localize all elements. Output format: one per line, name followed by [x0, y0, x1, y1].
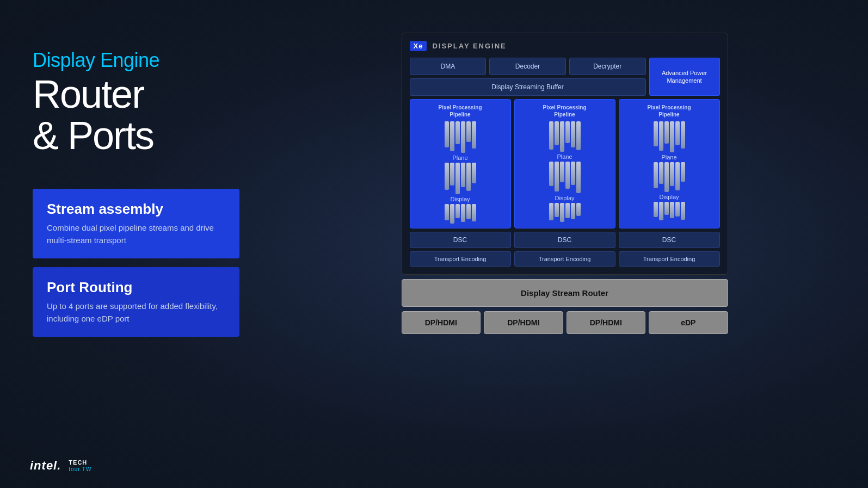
vbar: [681, 121, 685, 149]
vbar: [466, 204, 471, 219]
vbar: [461, 163, 465, 187]
advanced-power: Advanced Power Management: [649, 58, 720, 96]
vbar: [565, 203, 570, 218]
bars-extra-2: [549, 203, 581, 222]
port-routing-card: Port Routing Up to 4 ports are supported…: [33, 267, 239, 337]
vbar: [461, 121, 465, 153]
vbar: [659, 121, 663, 151]
stream-assembly-card: Stream assembly Combine dual pixel pipel…: [33, 189, 239, 258]
port-edp: eDP: [649, 311, 728, 334]
vbar: [549, 203, 553, 220]
vbar: [654, 162, 658, 188]
vbar: [472, 163, 476, 183]
advanced-power-line1: Advanced Power: [662, 69, 707, 77]
vbar: [659, 202, 663, 220]
vbar: [670, 162, 674, 186]
vbar: [450, 204, 454, 224]
diagram-wrapper: Xe DISPLAY ENGINE DMA Decoder Decrypter …: [402, 33, 728, 334]
decoder-chip: Decoder: [489, 58, 566, 75]
bars-bottom-1: [445, 163, 476, 194]
vbar: [571, 121, 575, 147]
vbar: [571, 162, 575, 185]
intel-logo: intel. TECH tour.TW: [30, 459, 91, 473]
vbar: [472, 121, 476, 149]
vbar: [571, 203, 575, 219]
vbar: [560, 162, 564, 182]
vbar: [555, 203, 559, 217]
main-title: Router& Ports: [33, 74, 239, 156]
bars-top-1: [445, 121, 476, 153]
top-section: DMA Decoder Decrypter Display Streaming …: [410, 58, 720, 96]
vbar: [565, 121, 570, 143]
tech-tour: TECH tour.TW: [69, 459, 91, 472]
stream-assembly-title: Stream assembly: [47, 201, 225, 218]
decrypter-chip: Decrypter: [569, 58, 646, 75]
pipeline-column-1: Pixel ProcessingPipeline Plane: [410, 99, 511, 228]
vbar: [576, 203, 581, 216]
vbar: [450, 163, 454, 186]
advanced-power-line2: Management: [667, 77, 701, 84]
stream-assembly-desc: Combine dual pixel pipeline streams and …: [47, 222, 225, 246]
vbar: [675, 121, 680, 145]
port-dp-hdmi-2: DP/HDMI: [484, 311, 563, 334]
vbar: [466, 163, 471, 191]
transport-box-1: Transport Encoding: [410, 251, 511, 267]
feature-cards: Stream assembly Combine dual pixel pipel…: [33, 189, 239, 337]
vbar: [455, 163, 460, 194]
bars-bottom-2: [549, 162, 581, 193]
engine-header: Xe DISPLAY ENGINE: [410, 41, 720, 51]
vbar: [455, 204, 460, 218]
vbar: [576, 162, 581, 193]
port-dp-hdmi-3: DP/HDMI: [567, 311, 646, 334]
dsc-box-1: DSC: [410, 232, 511, 248]
vbar: [681, 202, 685, 220]
engine-title: DISPLAY ENGINE: [432, 42, 506, 50]
right-panel: Xe DISPLAY ENGINE DMA Decoder Decrypter …: [272, 0, 868, 356]
port-routing-title: Port Routing: [47, 279, 225, 296]
left-panel: Display Engine Router& Ports Stream asse…: [0, 0, 272, 369]
vbar: [455, 121, 460, 144]
transport-row: Transport Encoding Transport Encoding Tr…: [410, 251, 720, 267]
vbar: [664, 202, 669, 215]
vbar: [445, 163, 449, 190]
vbar: [565, 162, 570, 189]
intel-text: intel.: [30, 459, 61, 473]
vbar: [555, 162, 559, 192]
transport-box-2: Transport Encoding: [514, 251, 615, 267]
display-label-1: Display: [450, 194, 470, 204]
vbar: [461, 204, 465, 222]
bars-extra-3: [654, 202, 685, 220]
vbar: [466, 121, 471, 142]
vbar: [555, 121, 559, 145]
vbar: [664, 162, 669, 192]
vbar: [445, 121, 449, 147]
dsc-row: DSC DSC DSC: [410, 232, 720, 248]
transport-box-3: Transport Encoding: [619, 251, 720, 267]
ports-row: DP/HDMI DP/HDMI DP/HDMI eDP: [402, 311, 728, 334]
vbar: [549, 121, 553, 150]
display-engine-box: Xe DISPLAY ENGINE DMA Decoder Decrypter …: [402, 33, 728, 275]
subtitle: Display Engine: [33, 49, 239, 72]
vbar: [654, 121, 658, 146]
vbar: [675, 162, 680, 190]
port-dp-hdmi-1: DP/HDMI: [402, 311, 481, 334]
vbar: [659, 162, 663, 184]
pipeline-label-1: Pixel ProcessingPipeline: [438, 104, 482, 118]
vbar: [654, 202, 658, 217]
vbar: [664, 121, 669, 144]
pipeline-column-2: Pixel ProcessingPipeline Plane: [514, 99, 615, 228]
vbar: [670, 121, 674, 152]
dma-chip: DMA: [410, 58, 487, 75]
bars-top-2: [549, 121, 581, 152]
bars-top-3: [654, 121, 685, 152]
tour-text: tour.TW: [69, 466, 91, 472]
dsc-box-2: DSC: [514, 232, 615, 248]
display-label-3: Display: [659, 192, 679, 202]
pipeline-label-3: Pixel ProcessingPipeline: [647, 104, 691, 118]
bars-bottom-3: [654, 162, 685, 192]
xe-logo: Xe: [410, 41, 427, 51]
vbar: [560, 121, 564, 152]
plane-label-3: Plane: [661, 152, 676, 162]
vbar: [450, 121, 454, 151]
display-label-2: Display: [555, 193, 574, 203]
